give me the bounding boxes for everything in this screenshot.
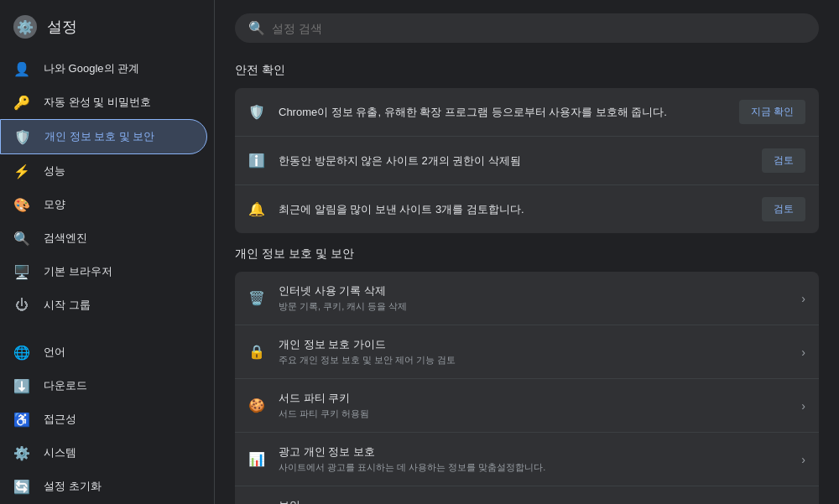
sidebar-item-reset[interactable]: 🔄 설정 초기화	[0, 470, 207, 503]
third-party-cookies-content: 서드 파티 쿠키 서드 파티 쿠키 허용됨	[279, 391, 788, 420]
privacy-guide-item[interactable]: 🔒 개인 정보 보호 가이드 주요 개인 정보 보호 및 보안 제어 기능 검토…	[235, 325, 819, 379]
appearance-icon: 🎨	[13, 196, 30, 213]
info-icon: ℹ️	[248, 153, 265, 169]
sidebar-item-label: 성능	[44, 164, 65, 179]
shield-icon: 🛡️	[14, 128, 31, 145]
sidebar-nav-secondary: 🌐 언어 ⬇️ 다운로드 ♿ 접근성 ⚙️ 시스템 🔄 설정 초기화	[0, 335, 214, 503]
safety-check-text: Chrome이 정보 유출, 유해한 확장 프로그램 등으로부터 사용자를 보호…	[279, 106, 667, 118]
privacy-guide-content: 개인 정보 보호 가이드 주요 개인 정보 보호 및 보안 제어 기능 검토	[279, 337, 788, 366]
notification-sites-text: 최근에 알림을 많이 보낸 사이트 3개를 검토합니다.	[279, 203, 524, 216]
search-icon: 🔍	[248, 20, 265, 36]
sidebar-item-accessibility[interactable]: ♿ 접근성	[0, 403, 207, 436]
sidebar-item-label: 나와 Google의 관계	[44, 61, 139, 76]
lock-icon: 🔒	[248, 344, 265, 361]
ad-privacy-content: 광고 개인 정보 보호 사이트에서 광고를 표시하는 데 사용하는 정보를 맞춤…	[279, 444, 788, 474]
privacy-card: 🗑️ 인터넷 사용 기록 삭제 방문 기록, 쿠키, 캐시 등을 삭제 › 🔒 …	[235, 272, 819, 504]
sidebar-item-privacy[interactable]: 🛡️ 개인 정보 보호 및 보안	[0, 119, 207, 154]
sidebar-item-system[interactable]: ⚙️ 시스템	[0, 436, 207, 470]
sidebar-item-label: 접근성	[44, 412, 76, 427]
shield-check-icon: 🛡️	[248, 104, 265, 121]
safety-card: 🛡️ Chrome이 정보 유출, 유해한 확장 프로그램 등으로부터 사용자를…	[235, 88, 819, 233]
browser-icon: 🖥️	[13, 263, 30, 280]
trash-icon: 🗑️	[248, 290, 265, 307]
unused-sites-text: 한동안 방문하지 않은 사이트 2개의 권한이 삭제됨	[279, 154, 521, 167]
chevron-right-icon: ›	[801, 292, 805, 305]
sidebar-nav-primary: 👤 나와 Google의 관계 🔑 자동 완성 및 비밀번호 🛡️ 개인 정보 …	[0, 52, 214, 322]
privacy-guide-subtitle: 주요 개인 정보 보호 및 보안 제어 기능 검토	[279, 354, 788, 366]
sidebar-item-label: 설정 초기화	[44, 479, 102, 494]
safety-check-content: Chrome이 정보 유출, 유해한 확장 프로그램 등으로부터 사용자를 보호…	[279, 105, 726, 120]
search-engine-icon: 🔍	[13, 230, 30, 247]
bell-icon: 🔔	[248, 201, 265, 218]
clear-history-title: 인터넷 사용 기록 삭제	[279, 283, 788, 299]
reset-icon: 🔄	[13, 478, 30, 495]
chevron-right-icon: ›	[801, 346, 805, 359]
sidebar-item-label: 모양	[44, 197, 65, 212]
sidebar-item-label: 시스템	[44, 445, 76, 460]
sidebar-item-default-browser[interactable]: 🖥️ 기본 브라우저	[0, 255, 207, 288]
search-input[interactable]	[272, 22, 805, 35]
third-party-cookies-subtitle: 서드 파티 쿠키 허용됨	[279, 408, 788, 420]
notification-sites-item[interactable]: 🔔 최근에 알림을 많이 보낸 사이트 3개를 검토합니다. 검토	[235, 185, 819, 233]
performance-icon: ⚡	[13, 163, 30, 179]
sidebar-item-autofill[interactable]: 🔑 자동 완성 및 비밀번호	[0, 86, 207, 119]
clear-history-item[interactable]: 🗑️ 인터넷 사용 기록 삭제 방문 기록, 쿠키, 캐시 등을 삭제 ›	[235, 272, 819, 325]
sidebar-item-label: 개인 정보 보호 및 보안	[44, 129, 154, 144]
sidebar-item-startup[interactable]: ⏻ 시작 그룹	[0, 288, 207, 322]
unused-sites-content: 한동안 방문하지 않은 사이트 2개의 권한이 삭제됨	[279, 153, 748, 169]
sidebar-item-search-engine[interactable]: 🔍 검색엔진	[0, 221, 207, 255]
sidebar-item-language[interactable]: 🌐 언어	[0, 335, 207, 369]
sidebar-item-label: 자동 완성 및 비밀번호	[44, 95, 151, 110]
cookie-icon: 🍪	[248, 397, 265, 414]
gear-icon: ⚙️	[13, 444, 30, 461]
sidebar-item-label: 검색엔진	[44, 231, 87, 246]
safety-check-item[interactable]: 🛡️ Chrome이 정보 유출, 유해한 확장 프로그램 등으로부터 사용자를…	[235, 88, 819, 137]
clear-history-content: 인터넷 사용 기록 삭제 방문 기록, 쿠키, 캐시 등을 삭제	[279, 283, 788, 313]
sidebar-title: 설정	[47, 17, 77, 37]
settings-icon: ⚙️	[13, 15, 37, 39]
sidebar-header: ⚙️ 설정	[0, 7, 214, 52]
startup-icon: ⏻	[13, 297, 30, 314]
search-bar[interactable]: 🔍	[235, 13, 819, 43]
download-icon: ⬇️	[13, 377, 30, 394]
sidebar-item-downloads[interactable]: ⬇️ 다운로드	[0, 369, 207, 403]
main-content: 🔍 안전 확인 🛡️ Chrome이 정보 유출, 유해한 확장 프로그램 등으…	[215, 0, 839, 504]
notification-sites-content: 최근에 알림을 많이 보낸 사이트 3개를 검토합니다.	[279, 202, 748, 217]
sidebar-item-label: 언어	[44, 345, 65, 360]
clear-history-subtitle: 방문 기록, 쿠키, 캐시 등을 삭제	[279, 300, 788, 313]
person-icon: 👤	[13, 60, 30, 77]
globe-icon: 🌐	[13, 344, 30, 361]
sidebar-item-label: 시작 그룹	[44, 298, 91, 313]
security-item[interactable]: 🛡️ 보안 세이프 브라우징(위험한 사이트로부터 보호) 및 기타 보안 설정…	[235, 486, 819, 504]
sidebar-item-appearance[interactable]: 🎨 모양	[0, 188, 207, 221]
sidebar: ⚙️ 설정 👤 나와 Google의 관계 🔑 자동 완성 및 비밀번호 🛡️ …	[0, 0, 215, 504]
sidebar-item-label: 다운로드	[44, 378, 87, 393]
security-content: 보안 세이프 브라우징(위험한 사이트로부터 보호) 및 기타 보안 설정	[279, 498, 788, 504]
third-party-cookies-item[interactable]: 🍪 서드 파티 쿠키 서드 파티 쿠키 허용됨 ›	[235, 379, 819, 433]
accessibility-icon: ♿	[13, 411, 30, 428]
chevron-right-icon: ›	[801, 399, 805, 413]
ad-privacy-subtitle: 사이트에서 광고를 표시하는 데 사용하는 정보를 맞춤설정합니다.	[279, 461, 788, 474]
notification-sites-review-button[interactable]: 검토	[762, 197, 805, 221]
safety-section-title: 안전 확인	[235, 63, 819, 78]
sidebar-item-google-account[interactable]: 👤 나와 Google의 관계	[0, 52, 207, 86]
sidebar-item-performance[interactable]: ⚡ 성능	[0, 154, 207, 188]
ad-privacy-title: 광고 개인 정보 보호	[279, 444, 788, 460]
chevron-right-icon: ›	[801, 453, 805, 466]
section-gap	[235, 236, 819, 243]
privacy-section-title: 개인 정보 보호 및 보안	[235, 247, 819, 262]
security-title: 보안	[279, 498, 788, 504]
ad-privacy-item[interactable]: 📊 광고 개인 정보 보호 사이트에서 광고를 표시하는 데 사용하는 정보를 …	[235, 433, 819, 486]
sidebar-item-label: 기본 브라우저	[44, 264, 112, 279]
unused-sites-item[interactable]: ℹ️ 한동안 방문하지 않은 사이트 2개의 권한이 삭제됨 검토	[235, 137, 819, 185]
safety-check-button[interactable]: 지금 확인	[739, 100, 805, 124]
privacy-guide-title: 개인 정보 보호 가이드	[279, 337, 788, 352]
key-icon: 🔑	[13, 94, 30, 111]
unused-sites-review-button[interactable]: 검토	[762, 148, 805, 173]
third-party-cookies-title: 서드 파티 쿠키	[279, 391, 788, 406]
chart-icon: 📊	[248, 451, 265, 468]
